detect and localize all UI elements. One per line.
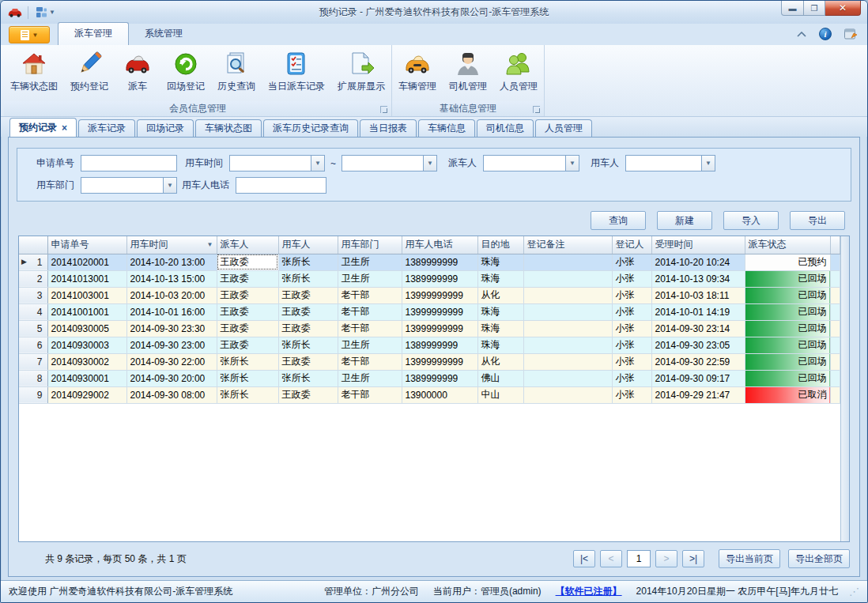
query-button[interactable]: 查询: [591, 211, 646, 230]
dialog-launcher-icon[interactable]: [380, 106, 387, 113]
use-time-from-input[interactable]: [229, 155, 311, 171]
table-row[interactable]: 8201409300012014-09-30 20:00张所长张所长卫生所138…: [19, 370, 840, 386]
cell-phone[interactable]: 1389999999: [402, 270, 477, 287]
cell-remark[interactable]: [523, 386, 612, 403]
close-button[interactable]: ✕: [825, 1, 861, 16]
cell-apply-no[interactable]: 20140930001: [47, 370, 126, 386]
user-combo[interactable]: ▼: [625, 155, 715, 171]
table-row[interactable]: 7201409300022014-09-30 22:00张所长王政委老干部139…: [19, 353, 840, 370]
cell-user[interactable]: 王政委: [278, 386, 338, 403]
cell-registrar[interactable]: 小张: [612, 320, 651, 337]
cell-user[interactable]: 张所长: [278, 270, 338, 287]
cell-remark[interactable]: [523, 254, 612, 270]
row-indicator[interactable]: ▶1: [19, 254, 47, 270]
header-status[interactable]: 派车状态: [745, 236, 830, 254]
dispatch-button[interactable]: 派车: [115, 48, 160, 95]
info-icon[interactable]: i: [819, 28, 832, 40]
cell-use-time[interactable]: 2014-10-13 15:00: [126, 270, 217, 287]
row-indicator[interactable]: 8: [19, 370, 47, 386]
cell-use-time[interactable]: 2014-09-30 20:00: [126, 370, 217, 386]
history-query-button[interactable]: 历史查询: [211, 48, 262, 95]
cell-registrar[interactable]: 小张: [612, 370, 651, 386]
cell-destination[interactable]: 中山: [477, 386, 523, 403]
cell-apply-no[interactable]: 20141013001: [47, 270, 126, 287]
dispatcher-combo[interactable]: ▼: [483, 155, 579, 171]
cell-apply-no[interactable]: 20140930005: [47, 320, 126, 337]
vertical-scrollbar[interactable]: [840, 236, 849, 541]
cell-destination[interactable]: 佛山: [477, 370, 523, 386]
header-department[interactable]: 用车部门: [338, 236, 402, 254]
table-row[interactable]: ▶1201410200012014-10-20 13:00王政委张所长卫生所13…: [19, 254, 840, 270]
row-indicator[interactable]: 4: [19, 303, 47, 320]
application-menu-button[interactable]: ▼: [9, 26, 50, 43]
cell-remark[interactable]: [523, 353, 612, 370]
cell-accept-time[interactable]: 2014-10-13 09:34: [651, 270, 745, 287]
cell-accept-time[interactable]: 2014-09-30 09:17: [651, 370, 745, 386]
prev-page-button[interactable]: <: [600, 550, 622, 567]
minimize-button[interactable]: ▬: [781, 1, 804, 16]
chevron-down-icon[interactable]: ▼: [423, 155, 437, 171]
cell-dispatcher[interactable]: 王政委: [217, 254, 278, 270]
cell-apply-no[interactable]: 20141003001: [47, 287, 126, 303]
next-page-button[interactable]: >: [655, 550, 677, 567]
tab-daily-report[interactable]: 当日报表: [360, 119, 417, 137]
cell-accept-time[interactable]: 2014-09-30 23:14: [651, 320, 745, 337]
last-page-button[interactable]: >|: [682, 550, 704, 567]
cell-remark[interactable]: [523, 337, 612, 353]
cell-destination[interactable]: 珠海: [477, 254, 523, 270]
header-apply-no[interactable]: 申请单号: [47, 236, 126, 254]
license-registered-link[interactable]: 【软件已注册】: [556, 585, 622, 598]
row-indicator[interactable]: 7: [19, 353, 47, 370]
about-window-icon[interactable]: [844, 28, 858, 40]
cell-phone[interactable]: 13999999999: [402, 320, 477, 337]
cell-dispatcher[interactable]: 王政委: [217, 287, 278, 303]
cell-accept-time[interactable]: 2014-09-30 23:05: [651, 337, 745, 353]
tab-vehicle-status-chart[interactable]: 车辆状态图: [195, 119, 262, 137]
cell-department[interactable]: 卫生所: [338, 337, 402, 353]
cell-use-time[interactable]: 2014-09-30 08:00: [126, 386, 217, 403]
apply-no-input[interactable]: [81, 155, 177, 171]
cell-user[interactable]: 张所长: [278, 254, 338, 270]
cell-department[interactable]: 老干部: [338, 287, 402, 303]
chevron-down-icon[interactable]: ▼: [701, 155, 715, 171]
cell-user[interactable]: 张所长: [278, 337, 338, 353]
cell-phone[interactable]: 1389999999: [402, 254, 477, 270]
header-remark[interactable]: 登记备注: [523, 236, 612, 254]
tab-personnel-manage[interactable]: 人员管理: [535, 119, 592, 137]
cell-apply-no[interactable]: 20141020001: [47, 254, 126, 270]
cell-dispatcher[interactable]: 王政委: [217, 320, 278, 337]
table-row[interactable]: 9201409290022014-09-30 08:00张所长王政委老干部139…: [19, 386, 840, 403]
create-button[interactable]: 新建: [657, 211, 712, 230]
cell-accept-time[interactable]: 2014-10-20 10:24: [651, 254, 745, 270]
cell-destination[interactable]: 从化: [477, 353, 523, 370]
row-indicator[interactable]: 3: [19, 287, 47, 303]
cell-use-time[interactable]: 2014-10-20 13:00: [126, 254, 217, 270]
export-button[interactable]: 导出: [790, 211, 845, 230]
page-number-input[interactable]: [627, 550, 651, 567]
table-row[interactable]: 6201409300032014-09-30 23:00王政委张所长卫生所138…: [19, 337, 840, 353]
phone-input[interactable]: [236, 177, 326, 194]
cell-phone[interactable]: 13999999999: [402, 353, 477, 370]
cell-dispatch-status[interactable]: 已回场: [745, 337, 830, 353]
cell-use-time[interactable]: 2014-09-30 22:00: [126, 353, 217, 370]
cell-user[interactable]: 王政委: [278, 287, 338, 303]
ribbon-tab-system[interactable]: 系统管理: [129, 23, 198, 45]
cell-phone[interactable]: 13999999999: [402, 303, 477, 320]
header-destination[interactable]: 目的地: [477, 236, 523, 254]
row-indicator[interactable]: 6: [19, 337, 47, 353]
table-row[interactable]: 3201410030012014-10-03 20:00王政委王政委老干部139…: [19, 287, 840, 303]
cell-dispatch-status[interactable]: 已预约: [745, 254, 830, 270]
row-indicator[interactable]: 9: [19, 386, 47, 403]
table-row[interactable]: 2201410130012014-10-13 15:00王政委张所长卫生所138…: [19, 270, 840, 287]
today-dispatch-record-button[interactable]: 当日派车记录: [262, 48, 331, 95]
cell-user[interactable]: 王政委: [278, 320, 338, 337]
export-current-page-button[interactable]: 导出当前页: [719, 549, 780, 568]
maximize-button[interactable]: ❐: [804, 1, 825, 16]
cell-use-time[interactable]: 2014-09-30 23:00: [126, 337, 217, 353]
tab-dispatch-records[interactable]: 派车记录: [78, 119, 135, 137]
cell-accept-time[interactable]: 2014-09-29 21:47: [651, 386, 745, 403]
cell-phone[interactable]: 13999999999: [402, 287, 477, 303]
cell-registrar[interactable]: 小张: [612, 337, 651, 353]
driver-manage-button[interactable]: 司机管理: [443, 48, 493, 95]
header-registrar[interactable]: 登记人: [612, 236, 651, 254]
